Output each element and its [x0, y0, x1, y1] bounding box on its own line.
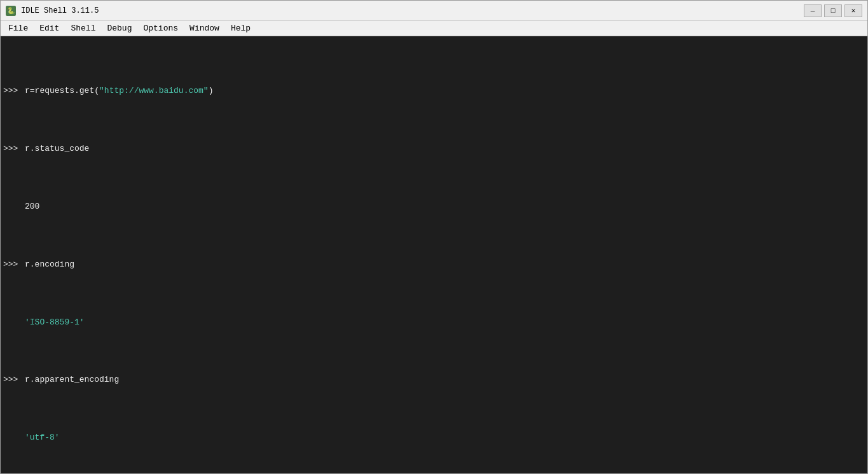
menu-bar: File Edit Shell Debug Options Window Hel…: [1, 21, 867, 36]
shell-output[interactable]: >>> r=requests.get("http://www.baidu.com…: [1, 39, 867, 471]
menu-options[interactable]: Options: [138, 22, 183, 34]
prompt-1: >>>: [3, 85, 22, 97]
shell-content-area[interactable]: >>> r=requests.get("http://www.baidu.com…: [1, 36, 867, 473]
menu-file[interactable]: File: [3, 22, 33, 34]
shell-line-4: >>> r.encoding: [1, 259, 867, 270]
output-apparent-encoding: 'utf-8': [25, 432, 865, 443]
menu-debug[interactable]: Debug: [102, 22, 137, 34]
shell-line-3: 200: [1, 201, 867, 213]
prompt-7: [3, 432, 22, 443]
prompt-4: >>>: [3, 259, 22, 270]
prompt-6: >>>: [3, 374, 22, 386]
code-line-4: r.encoding: [25, 259, 865, 270]
menu-window[interactable]: Window: [184, 22, 224, 34]
menu-shell[interactable]: Shell: [65, 22, 100, 34]
shell-line-2: >>> r.status_code: [1, 143, 867, 155]
menu-edit[interactable]: Edit: [34, 22, 64, 34]
prompt-3: [3, 201, 22, 213]
close-button[interactable]: ✕: [844, 4, 862, 17]
minimize-button[interactable]: —: [804, 4, 822, 17]
code-line-2: r.status_code: [25, 143, 865, 155]
shell-line-6: >>> r.apparent_encoding: [1, 374, 867, 386]
output-200: 200: [25, 201, 865, 213]
title-bar: 🐍 IDLE Shell 3.11.5 — □ ✕: [1, 1, 867, 21]
maximize-button[interactable]: □: [824, 4, 842, 17]
code-line-1: r=requests.get("http://www.baidu.com"): [25, 85, 865, 97]
shell-line-1: >>> r=requests.get("http://www.baidu.com…: [1, 85, 867, 97]
shell-line-7: 'utf-8': [1, 432, 867, 443]
output-encoding: 'ISO-8859-1': [25, 317, 865, 328]
menu-help[interactable]: Help: [226, 22, 256, 34]
title-bar-left: 🐍 IDLE Shell 3.11.5: [6, 6, 99, 16]
shell-line-5: 'ISO-8859-1': [1, 317, 867, 328]
code-line-6: r.apparent_encoding: [25, 374, 865, 386]
prompt-2: >>>: [3, 143, 22, 155]
main-window: 🐍 IDLE Shell 3.11.5 — □ ✕ File Edit Shel…: [0, 0, 868, 474]
window-title: IDLE Shell 3.11.5: [21, 6, 99, 15]
prompt-5: [3, 317, 22, 328]
window-controls: — □ ✕: [804, 4, 862, 17]
app-icon: 🐍: [6, 6, 16, 16]
